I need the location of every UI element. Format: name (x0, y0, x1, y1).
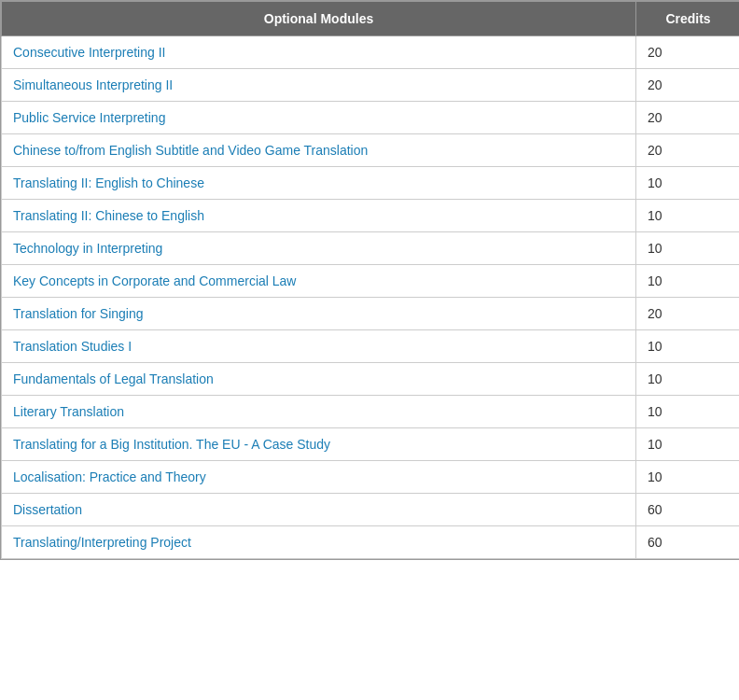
module-cell: Translating for a Big Institution. The E… (2, 428, 636, 461)
credits-cell: 60 (636, 526, 740, 559)
credits-cell: 10 (636, 428, 740, 461)
module-link[interactable]: Translating II: Chinese to English (13, 208, 204, 223)
module-cell: Simultaneous Interpreting II (2, 69, 636, 102)
module-link[interactable]: Translating for a Big Institution. The E… (13, 437, 330, 452)
module-cell: Consecutive Interpreting II (2, 36, 636, 69)
module-cell: Translating II: English to Chinese (2, 167, 636, 200)
table-row: Translating/Interpreting Project60 (2, 526, 740, 559)
table-row: Translation for Singing20 (2, 298, 740, 330)
table-row: Technology in Interpreting10 (2, 232, 740, 265)
credits-cell: 20 (636, 102, 740, 134)
module-cell: Translation for Singing (2, 298, 636, 330)
module-link[interactable]: Translating II: English to Chinese (13, 175, 204, 190)
module-cell: Key Concepts in Corporate and Commercial… (2, 265, 636, 298)
module-cell: Translation Studies I (2, 330, 636, 363)
table-row: Chinese to/from English Subtitle and Vid… (2, 134, 740, 167)
credits-cell: 20 (636, 36, 740, 69)
credits-cell: 10 (636, 396, 740, 428)
credits-cell: 10 (636, 461, 740, 494)
module-link[interactable]: Translation Studies I (13, 339, 132, 354)
module-cell: Localisation: Practice and Theory (2, 461, 636, 494)
credits-cell: 10 (636, 200, 740, 232)
table-row: Literary Translation10 (2, 396, 740, 428)
table-row: Localisation: Practice and Theory10 (2, 461, 740, 494)
module-link[interactable]: Simultaneous Interpreting II (13, 77, 173, 92)
module-cell: Chinese to/from English Subtitle and Vid… (2, 134, 636, 167)
table-row: Key Concepts in Corporate and Commercial… (2, 265, 740, 298)
credits-cell: 20 (636, 69, 740, 102)
credits-column-header: Credits (636, 2, 740, 36)
credits-cell: 20 (636, 134, 740, 167)
credits-cell: 10 (636, 330, 740, 363)
module-cell: Translating II: Chinese to English (2, 200, 636, 232)
table-row: Translation Studies I10 (2, 330, 740, 363)
table-row: Translating for a Big Institution. The E… (2, 428, 740, 461)
table-row: Fundamentals of Legal Translation10 (2, 363, 740, 396)
module-link[interactable]: Literary Translation (13, 404, 124, 419)
table-row: Dissertation60 (2, 494, 740, 526)
credits-cell: 10 (636, 363, 740, 396)
module-cell: Translating/Interpreting Project (2, 526, 636, 559)
module-column-header: Optional Modules (2, 2, 636, 36)
module-link[interactable]: Key Concepts in Corporate and Commercial… (13, 273, 296, 288)
credits-cell: 10 (636, 265, 740, 298)
module-cell: Literary Translation (2, 396, 636, 428)
optional-modules-table: Optional Modules Credits Consecutive Int… (0, 0, 739, 560)
module-cell: Public Service Interpreting (2, 102, 636, 134)
table-row: Consecutive Interpreting II20 (2, 36, 740, 69)
table-row: Translating II: English to Chinese10 (2, 167, 740, 200)
table-row: Translating II: Chinese to English10 (2, 200, 740, 232)
module-link[interactable]: Localisation: Practice and Theory (13, 469, 206, 484)
module-link[interactable]: Chinese to/from English Subtitle and Vid… (13, 143, 368, 158)
module-link[interactable]: Consecutive Interpreting II (13, 45, 165, 60)
module-link[interactable]: Public Service Interpreting (13, 110, 165, 125)
module-cell: Fundamentals of Legal Translation (2, 363, 636, 396)
credits-cell: 20 (636, 298, 740, 330)
module-link[interactable]: Technology in Interpreting (13, 241, 162, 256)
module-cell: Technology in Interpreting (2, 232, 636, 265)
module-link[interactable]: Fundamentals of Legal Translation (13, 371, 214, 386)
module-cell: Dissertation (2, 494, 636, 526)
credits-cell: 10 (636, 167, 740, 200)
table-row: Public Service Interpreting20 (2, 102, 740, 134)
credits-cell: 10 (636, 232, 740, 265)
module-link[interactable]: Translation for Singing (13, 306, 144, 321)
credits-cell: 60 (636, 494, 740, 526)
module-link[interactable]: Dissertation (13, 502, 82, 517)
module-link[interactable]: Translating/Interpreting Project (13, 535, 191, 550)
table-row: Simultaneous Interpreting II20 (2, 69, 740, 102)
